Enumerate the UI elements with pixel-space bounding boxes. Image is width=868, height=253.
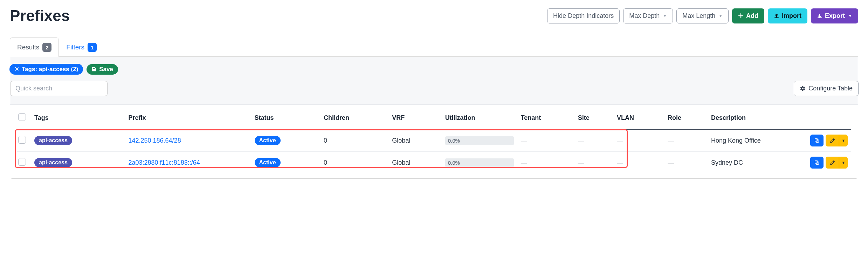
copy-button[interactable] (810, 135, 824, 146)
max-length-button[interactable]: Max Length▼ (676, 8, 729, 23)
chevron-down-icon: ▼ (663, 13, 667, 18)
gear-icon (800, 86, 806, 91)
vrf-value: Global (388, 152, 441, 174)
col-tags[interactable]: Tags (31, 105, 125, 129)
tabs: Results 2 Filters 1 (10, 37, 858, 57)
tab-filters-label: Filters (66, 43, 84, 51)
save-icon (91, 67, 97, 72)
utilization-value: 0.0% (448, 138, 460, 144)
select-all-checkbox[interactable] (18, 113, 26, 121)
col-vlan[interactable]: VLAN (613, 105, 664, 129)
utilization-bar: 0.0% (445, 136, 514, 145)
add-button[interactable]: Add (732, 8, 764, 23)
table-row: api-access 2a03:2880:f11c:8183::/64 Acti… (17, 152, 851, 174)
tab-results-count: 2 (42, 43, 51, 52)
description-value: Sydney DC (708, 152, 799, 174)
configure-table-label: Configure Table (808, 85, 853, 92)
import-label: Import (782, 12, 801, 20)
chevron-down-icon: ▼ (718, 13, 723, 18)
status-badge: Active (255, 136, 281, 145)
toolbar: Hide Depth Indicators Max Depth▼ Max Len… (547, 8, 858, 23)
col-status[interactable]: Status (251, 105, 320, 129)
page-title: Prefixes (10, 7, 70, 25)
active-filters: ✕ Tags: api-access (2) Save (9, 64, 858, 81)
save-filter-label: Save (99, 66, 113, 73)
prefix-link[interactable]: 2a03:2880:f11c:8183::/64 (129, 159, 200, 166)
upload-icon (774, 13, 779, 19)
filter-pill-tags-label: Tags: api-access (2) (22, 66, 78, 73)
tenant-value: — (517, 152, 574, 174)
tag-chip[interactable]: api-access (34, 136, 72, 145)
children-value: 0 (320, 152, 388, 174)
status-badge: Active (255, 158, 281, 167)
prefixes-table: Tags Prefix Status Children VRF Utilizat… (10, 104, 858, 178)
chevron-down-icon: ▼ (848, 13, 852, 18)
row-checkbox[interactable] (18, 158, 26, 166)
configure-table-button[interactable]: Configure Table (794, 81, 859, 96)
quick-search-input[interactable] (10, 81, 108, 96)
hide-depth-label: Hide Depth Indicators (553, 12, 614, 20)
max-depth-button[interactable]: Max Depth▼ (623, 8, 673, 23)
edit-button[interactable] (826, 157, 839, 169)
close-icon[interactable]: ✕ (14, 66, 19, 73)
export-label: Export (825, 12, 845, 20)
save-filter-button[interactable]: Save (87, 64, 118, 75)
site-value: — (574, 129, 613, 152)
plus-icon (738, 13, 744, 19)
prefix-link[interactable]: 142.250.186.64/28 (129, 137, 181, 144)
col-prefix[interactable]: Prefix (125, 105, 251, 129)
table-row: api-access 142.250.186.64/28 Active 0 Gl… (17, 129, 851, 152)
col-description[interactable]: Description (708, 105, 799, 129)
chevron-down-icon: ▼ (842, 160, 846, 165)
row-checkbox[interactable] (18, 136, 26, 144)
tag-chip[interactable]: api-access (34, 158, 72, 167)
hide-depth-button[interactable]: Hide Depth Indicators (547, 8, 620, 23)
download-icon (817, 13, 822, 19)
role-value: — (664, 152, 708, 174)
results-panel: ✕ Tags: api-access (2) Save Configure Ta… (10, 57, 858, 179)
col-role[interactable]: Role (664, 105, 708, 129)
vlan-value: — (613, 152, 664, 174)
import-button[interactable]: Import (768, 8, 807, 23)
tenant-value: — (517, 129, 574, 152)
vlan-value: — (613, 129, 664, 152)
add-label: Add (746, 12, 758, 20)
col-vrf[interactable]: VRF (388, 105, 441, 129)
edit-button[interactable] (826, 135, 839, 146)
copy-button[interactable] (810, 157, 824, 169)
children-value: 0 (320, 129, 388, 152)
col-utilization[interactable]: Utilization (442, 105, 517, 129)
tab-results[interactable]: Results 2 (10, 37, 59, 57)
tab-filters-count: 1 (88, 43, 97, 52)
max-depth-label: Max Depth (629, 12, 660, 20)
tab-filters[interactable]: Filters 1 (59, 37, 104, 57)
chevron-down-icon: ▼ (842, 138, 846, 143)
description-value: Hong Kong Office (708, 129, 799, 152)
site-value: — (574, 152, 613, 174)
filter-pill-tags[interactable]: ✕ Tags: api-access (2) (9, 64, 83, 75)
tab-results-label: Results (17, 43, 39, 51)
col-tenant[interactable]: Tenant (517, 105, 574, 129)
edit-dropdown-button[interactable]: ▼ (839, 135, 848, 146)
role-value: — (664, 129, 708, 152)
col-site[interactable]: Site (574, 105, 613, 129)
col-children[interactable]: Children (320, 105, 388, 129)
export-button[interactable]: Export ▼ (811, 8, 858, 23)
utilization-value: 0.0% (448, 160, 460, 166)
utilization-bar: 0.0% (445, 158, 514, 167)
max-length-label: Max Length (682, 12, 715, 20)
vrf-value: Global (388, 129, 441, 152)
edit-dropdown-button[interactable]: ▼ (839, 157, 848, 169)
